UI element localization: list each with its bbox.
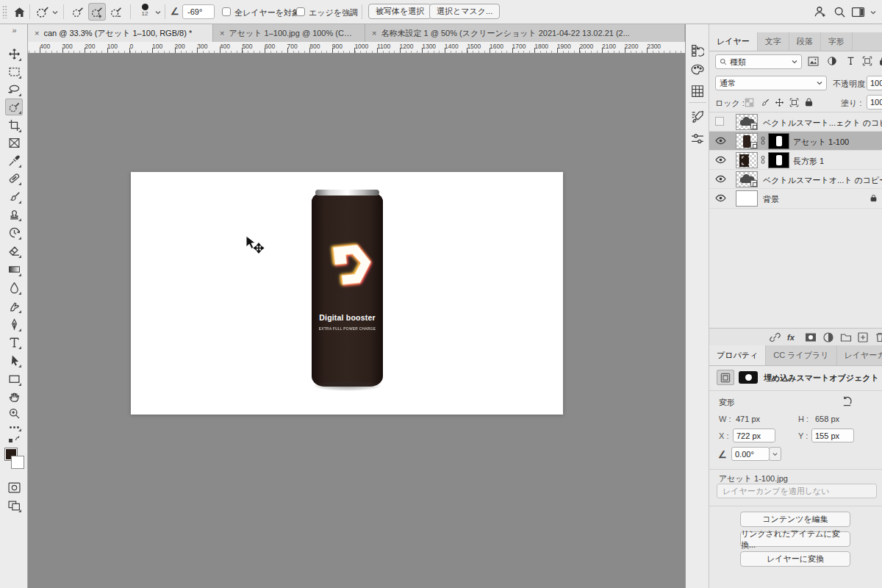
filter-adjustment-layers-button[interactable] [827, 56, 837, 66]
eyedropper-tool[interactable] [5, 152, 23, 169]
tab-layers[interactable]: レイヤー [709, 32, 758, 51]
zoom-tool[interactable] [5, 405, 23, 422]
tab-properties[interactable]: プロパティ [709, 345, 766, 365]
layer-filter-select[interactable]: 種類 [715, 54, 802, 69]
frame-tool[interactable] [5, 135, 23, 151]
tab-can[interactable]: × can @ 33.3% (アセット 1–100, RGB/8) * [28, 24, 213, 42]
selection-mode-subtract-button[interactable] [107, 3, 125, 21]
account-button[interactable] [811, 3, 829, 21]
layer-comp-field[interactable]: レイヤーカンプを適用しない [717, 484, 877, 498]
reset-transform-icon[interactable] [842, 395, 853, 406]
eraser-tool[interactable] [5, 243, 23, 259]
chevron-down-icon[interactable] [155, 10, 161, 15]
enhance-edge-checkbox[interactable] [296, 7, 305, 16]
select-and-mask-button[interactable]: 選択とマスク... [429, 4, 500, 19]
quick-mask-button[interactable] [5, 479, 23, 496]
visibility-toggle[interactable] [715, 117, 724, 126]
tab-paragraph[interactable]: 段落 [789, 32, 821, 51]
tab-character[interactable]: 文字 [758, 32, 789, 51]
clone-stamp-tool[interactable] [5, 206, 23, 223]
layer-style-icon[interactable]: fx [787, 333, 795, 342]
background-color-swatch[interactable] [11, 456, 24, 469]
tool-presets-panel-button[interactable] [691, 132, 704, 146]
home-button[interactable] [10, 3, 28, 21]
brush-size-picker[interactable]: 12 [137, 4, 153, 17]
close-icon[interactable]: × [372, 29, 376, 37]
filter-smart-objects-button[interactable] [878, 56, 882, 66]
swatches-panel-button[interactable] [691, 85, 704, 98]
edit-contents-button[interactable]: コンテンツを編集 [740, 512, 850, 527]
eye-icon[interactable] [715, 194, 726, 202]
filter-pixel-layers-button[interactable] [808, 57, 819, 66]
close-icon[interactable]: × [35, 29, 39, 37]
filter-shape-layers-button[interactable] [862, 56, 872, 66]
layer-row-background[interactable]: 背景 [709, 189, 882, 209]
rotation-dropdown[interactable] [769, 447, 781, 461]
tab-untitled[interactable]: × 名称未設定 1 @ 50% (スクリーンショット 2021-04-22 13… [365, 24, 685, 42]
layer-thumbnail[interactable] [736, 152, 758, 168]
tab-layer-comps[interactable]: レイヤーカンプ [837, 345, 882, 365]
mask-chip[interactable] [739, 371, 758, 384]
layer-thumbnail[interactable] [736, 171, 758, 187]
pen-tool[interactable] [5, 316, 23, 333]
lock-pixels-button[interactable] [760, 98, 770, 107]
path-select-tool[interactable] [5, 352, 23, 369]
convert-to-layers-button[interactable]: レイヤーに変換 [740, 551, 850, 567]
layer-mask-thumbnail[interactable] [768, 133, 789, 149]
hand-tool[interactable] [5, 388, 23, 405]
select-subject-button[interactable]: 被写体を選択 [368, 4, 431, 19]
eye-icon[interactable] [715, 175, 726, 183]
layer-row-vector-copy2[interactable]: ベクトルスマートオ...ト のコピー 2 [709, 170, 882, 189]
layer-row-rectangle[interactable]: 長方形 1 [709, 151, 882, 170]
layer-mask-thumbnail[interactable] [768, 152, 789, 168]
lock-all-button[interactable] [804, 97, 814, 107]
x-input[interactable]: 722 px [733, 429, 775, 442]
brush-angle-input[interactable]: -69° [182, 4, 215, 19]
screen-mode-button[interactable] [5, 497, 23, 514]
edit-toolbar-button[interactable] [5, 421, 23, 433]
close-icon[interactable]: × [220, 29, 224, 37]
blur-tool[interactable] [5, 279, 23, 296]
color-panel-button[interactable] [691, 63, 704, 76]
gradient-tool[interactable] [5, 261, 23, 278]
type-tool[interactable] [5, 334, 23, 351]
history-brush-tool[interactable] [5, 224, 23, 241]
layer-thumbnail[interactable] [736, 133, 758, 149]
artboard[interactable]: Digital booster EXTRA FULL POWER CHARGE [131, 172, 563, 415]
layer-thumbnail[interactable] [736, 190, 758, 207]
history-panel-button[interactable] [691, 44, 704, 57]
selection-brush-tool[interactable] [5, 98, 23, 115]
swap-colors-button[interactable] [5, 433, 23, 446]
lock-transparency-button[interactable] [745, 98, 754, 107]
blend-mode-select[interactable]: 通常 [715, 76, 827, 90]
y-input[interactable]: 155 px [811, 429, 854, 442]
healing-brush-tool[interactable] [5, 170, 23, 187]
eye-icon[interactable] [715, 156, 726, 164]
lock-position-button[interactable] [775, 98, 784, 107]
tab-glyphs[interactable]: 字形 [821, 32, 853, 51]
move-tool[interactable] [5, 46, 23, 62]
chevron-down-icon[interactable] [52, 10, 58, 15]
brush-tool[interactable] [5, 188, 23, 205]
chevron-down-icon[interactable] [870, 10, 876, 15]
tool-preset-picker[interactable] [33, 3, 51, 21]
search-button[interactable] [831, 3, 848, 21]
marquee-tool[interactable] [5, 63, 23, 80]
smudge-tool[interactable] [5, 298, 23, 315]
convert-to-linked-button[interactable]: リンクされたアイテムに変換... [740, 531, 850, 547]
add-mask-icon[interactable] [805, 331, 817, 343]
eye-icon[interactable] [715, 137, 726, 145]
horizontal-ruler[interactable]: 4003002001000100200300400500600700800900… [28, 42, 685, 54]
layer-row-asset[interactable]: アセット 1-100 [709, 132, 882, 151]
new-group-icon[interactable] [840, 331, 852, 343]
smart-object-chip[interactable] [717, 370, 734, 385]
layer-thumbnail[interactable] [736, 114, 758, 130]
brush-settings-panel-button[interactable] [691, 110, 704, 123]
workspace-switcher[interactable] [849, 3, 867, 21]
layer-row-vector-copy[interactable]: ベクトルスマート...ェクト のコピー [709, 112, 882, 132]
crop-tool[interactable] [5, 117, 23, 134]
canvas-area[interactable]: 4003002001000100200300400500600700800900… [28, 42, 685, 588]
tab-cc-libraries[interactable]: CC ライブラリ [766, 345, 836, 365]
link-layers-icon[interactable] [769, 331, 781, 343]
shape-tool[interactable] [5, 370, 23, 387]
